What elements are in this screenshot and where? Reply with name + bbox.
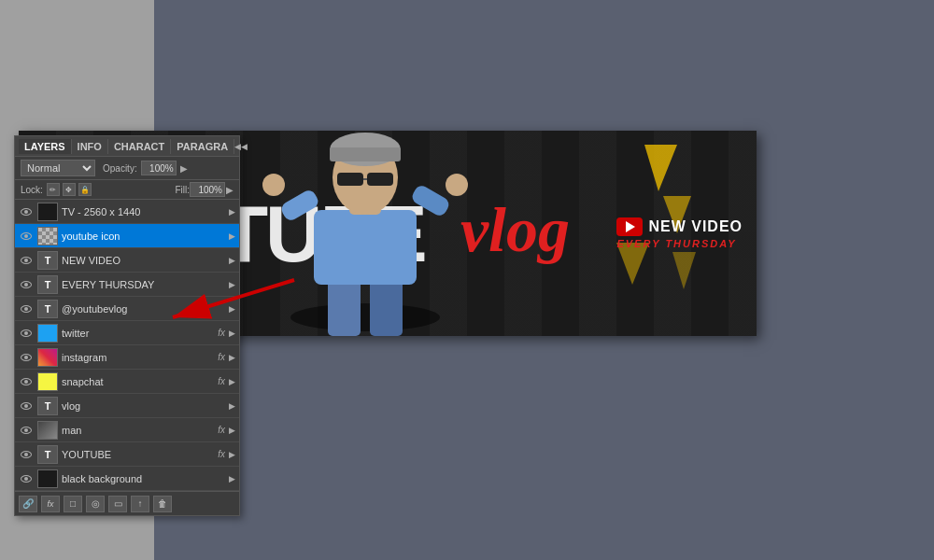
eye-icon[interactable] bbox=[19, 253, 34, 268]
eye-icon[interactable] bbox=[19, 423, 34, 438]
fx-badge[interactable]: fx bbox=[218, 376, 225, 386]
layer-name-label: instagram bbox=[62, 352, 214, 363]
layers-panel: LAYERS INFO CHARACT PARAGRA ◀◀ Normal Mu… bbox=[14, 135, 240, 516]
panel-collapse-icon[interactable]: ◀◀ bbox=[234, 142, 248, 151]
layer-name-label: YOUTUBE bbox=[62, 449, 214, 460]
layer-expand-arrow[interactable]: ▶ bbox=[229, 304, 235, 314]
new-layer-btn[interactable]: ↑ bbox=[131, 496, 149, 512]
delete-layer-btn[interactable]: 🗑 bbox=[153, 496, 172, 512]
layer-name-label: TV - 2560 x 1440 bbox=[62, 206, 225, 217]
fill-arrow[interactable]: ▶ bbox=[226, 185, 234, 195]
layer-thumbnail bbox=[37, 203, 58, 221]
eye-icon[interactable] bbox=[19, 229, 34, 244]
svg-point-11 bbox=[446, 174, 468, 196]
fx-badge[interactable]: fx bbox=[218, 449, 225, 459]
vlog-banner-text: vlog bbox=[460, 193, 570, 267]
layer-item-@youtubevlog[interactable]: T@youtubevlog▶ bbox=[15, 297, 239, 321]
layer-item-tv---2560-x-1440[interactable]: TV - 2560 x 1440▶ bbox=[15, 200, 239, 224]
svg-marker-0 bbox=[644, 145, 677, 191]
layer-expand-arrow[interactable]: ▶ bbox=[229, 474, 235, 483]
layer-expand-arrow[interactable]: ▶ bbox=[229, 426, 235, 435]
layer-name-label: snapchat bbox=[62, 376, 214, 387]
lock-icons: ✏ ✥ 🔒 bbox=[47, 183, 176, 196]
link-layers-btn[interactable]: 🔗 bbox=[19, 496, 37, 512]
svg-marker-3 bbox=[672, 252, 696, 289]
eye-icon[interactable] bbox=[19, 277, 34, 292]
eye-icon[interactable] bbox=[19, 301, 34, 316]
layer-thumbnail bbox=[37, 348, 58, 367]
layer-item-snapchat[interactable]: snapchatfx▶ bbox=[15, 370, 239, 394]
layer-name-label: youtube icon bbox=[62, 231, 225, 242]
blend-mode-select[interactable]: Normal Multiply Screen bbox=[21, 160, 95, 176]
layer-expand-arrow[interactable]: ▶ bbox=[229, 256, 235, 265]
every-thursday-text: EVERY THURSDAY bbox=[616, 238, 743, 249]
panel-bottom-toolbar: 🔗 fx □ ◎ ▭ ↑ 🗑 bbox=[15, 491, 239, 515]
layer-name-label: EVERY THURSDAY bbox=[62, 279, 225, 290]
layer-expand-arrow[interactable]: ▶ bbox=[229, 231, 235, 241]
layer-expand-arrow[interactable]: ▶ bbox=[229, 353, 235, 362]
layer-thumbnail bbox=[37, 372, 58, 391]
eye-icon[interactable] bbox=[19, 374, 34, 389]
lock-label: Lock: bbox=[21, 185, 43, 195]
layer-list: TV - 2560 x 1440▶youtube icon▶TNEW VIDEO… bbox=[15, 200, 239, 491]
eye-icon[interactable] bbox=[19, 204, 34, 219]
layer-thumbnail: T bbox=[37, 300, 58, 318]
opacity-label: Opacity: bbox=[103, 163, 137, 174]
eye-icon[interactable] bbox=[19, 447, 34, 462]
layer-expand-arrow[interactable]: ▶ bbox=[229, 401, 235, 411]
lock-move-btn[interactable]: ✥ bbox=[63, 183, 76, 196]
opacity-input[interactable] bbox=[141, 161, 177, 175]
layer-item-twitter[interactable]: twitterfx▶ bbox=[15, 321, 239, 345]
layer-item-instagram[interactable]: instagramfx▶ bbox=[15, 345, 239, 370]
new-adjustment-btn[interactable]: ◎ bbox=[86, 496, 105, 512]
layer-thumbnail bbox=[37, 469, 58, 488]
layer-item-man[interactable]: manfx▶ bbox=[15, 418, 239, 442]
svg-rect-7 bbox=[314, 210, 417, 285]
layer-thumbnail: T bbox=[37, 397, 58, 415]
tab-paragraph[interactable]: PARAGRA bbox=[171, 139, 234, 154]
svg-rect-15 bbox=[330, 147, 401, 161]
svg-rect-17 bbox=[367, 173, 393, 186]
tab-layers[interactable]: LAYERS bbox=[19, 139, 72, 154]
fx-badge[interactable]: fx bbox=[218, 352, 225, 362]
layer-name-label: NEW VIDEO bbox=[62, 255, 225, 266]
fill-input[interactable] bbox=[190, 182, 225, 197]
eye-icon[interactable] bbox=[19, 399, 34, 413]
layer-item-youtube-icon[interactable]: youtube icon▶ bbox=[15, 224, 239, 248]
tab-info[interactable]: INFO bbox=[72, 139, 108, 154]
layer-item-new-video[interactable]: TNEW VIDEO▶ bbox=[15, 248, 239, 273]
tab-character[interactable]: CHARACT bbox=[108, 139, 171, 154]
eye-icon[interactable] bbox=[19, 326, 34, 341]
eye-icon[interactable] bbox=[19, 350, 34, 365]
layer-expand-arrow[interactable]: ▶ bbox=[229, 207, 235, 217]
layer-thumbnail: T bbox=[37, 275, 58, 294]
layer-item-every-thursday[interactable]: TEVERY THURSDAY▶ bbox=[15, 273, 239, 297]
layer-name-label: man bbox=[62, 425, 214, 436]
layer-item-black-background[interactable]: black background▶ bbox=[15, 467, 239, 491]
panel-tabs: LAYERS INFO CHARACT PARAGRA bbox=[19, 139, 234, 154]
fill-label: Fill: bbox=[175, 185, 190, 195]
svg-point-10 bbox=[262, 174, 285, 196]
layer-expand-arrow[interactable]: ▶ bbox=[229, 377, 235, 386]
layer-expand-arrow[interactable]: ▶ bbox=[229, 450, 235, 459]
youtube-play-button bbox=[616, 217, 643, 236]
layer-item-vlog[interactable]: Tvlog▶ bbox=[15, 394, 239, 418]
layer-fx-btn[interactable]: fx bbox=[41, 496, 60, 512]
panel-header: LAYERS INFO CHARACT PARAGRA ◀◀ bbox=[15, 136, 239, 157]
layer-expand-arrow[interactable]: ▶ bbox=[229, 329, 235, 338]
lock-fill-row: Lock: ✏ ✥ 🔒 Fill: ▶ bbox=[15, 180, 239, 200]
eye-icon[interactable] bbox=[19, 471, 34, 486]
layer-item-youtube[interactable]: TYOUTUBEfx▶ bbox=[15, 442, 239, 467]
new-group-btn[interactable]: ▭ bbox=[108, 496, 127, 512]
new-video-text: NEW VIDEO bbox=[648, 218, 743, 235]
add-mask-btn[interactable]: □ bbox=[64, 496, 82, 512]
layer-name-label: @youtubevlog bbox=[62, 303, 225, 315]
yt-play-row: NEW VIDEO bbox=[616, 217, 743, 236]
layer-thumbnail: T bbox=[37, 445, 58, 464]
fx-badge[interactable]: fx bbox=[218, 328, 225, 338]
fx-badge[interactable]: fx bbox=[218, 425, 225, 435]
lock-all-btn[interactable]: 🔒 bbox=[78, 183, 92, 196]
lock-pixels-btn[interactable]: ✏ bbox=[47, 183, 60, 196]
opacity-arrow[interactable]: ▶ bbox=[180, 163, 188, 174]
layer-expand-arrow[interactable]: ▶ bbox=[229, 280, 235, 289]
